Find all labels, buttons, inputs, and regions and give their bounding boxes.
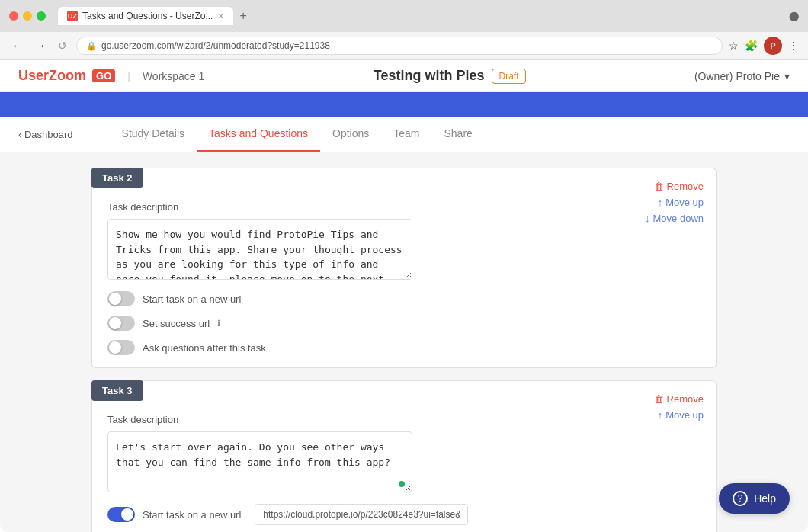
success-url-info-icon[interactable]: ℹ: [217, 319, 220, 328]
tab-tasks-questions[interactable]: Tasks and Questions: [197, 117, 320, 152]
forward-button[interactable]: →: [32, 38, 49, 53]
back-button[interactable]: ←: [9, 38, 26, 53]
task-2-success-url-label: Set success url: [143, 318, 210, 329]
browser-toolbar: ← → ↺ 🔒 go.userzoom.com/wizard/2/unmoder…: [0, 32, 808, 60]
tab-favicon: UZ: [67, 11, 78, 21]
green-dot-indicator: [399, 481, 405, 487]
owner-dropdown-icon: ▾: [784, 70, 790, 82]
owner-label: (Owner) Proto Pie: [694, 70, 780, 82]
task-3-actions: 🗑 Remove ↑ Move up: [654, 393, 704, 421]
header-center: Testing with Pies Draft: [374, 68, 526, 84]
tab-options[interactable]: Options: [320, 117, 381, 152]
task-2-ask-questions-toggle[interactable]: [107, 340, 135, 355]
window-controls: [9, 11, 46, 21]
toggle-knob: [109, 341, 121, 354]
toggle-knob: [109, 317, 121, 329]
browser-menu-icon[interactable]: ⋮: [788, 40, 799, 52]
tab-title: Tasks and Questions - UserZo...: [82, 11, 213, 21]
app-content: UserZoom GO | Workspace 1 Testing with P…: [0, 60, 808, 532]
app-header: UserZoom GO | Workspace 1 Testing with P…: [0, 60, 808, 92]
extension-icon[interactable]: 🧩: [745, 40, 758, 52]
url-text: go.userzoom.com/wizard/2/unmoderated?stu…: [101, 40, 330, 51]
minimize-window-button[interactable]: [23, 11, 32, 21]
main-content: Task 2 🗑 Remove ↑ Move up: [0, 152, 808, 532]
toggle-knob: [109, 293, 121, 305]
remove-icon: 🗑: [654, 181, 664, 192]
task-2-actions: 🗑 Remove ↑ Move up ↓ Move down: [645, 181, 704, 224]
toggle-knob: [121, 508, 133, 521]
task-2-ask-questions-label: Ask questions after this task: [143, 342, 266, 354]
tab-team[interactable]: Team: [381, 117, 431, 152]
task-3-desc-label: Task description: [107, 414, 701, 425]
close-window-button[interactable]: [9, 11, 18, 21]
address-bar[interactable]: 🔒 go.userzoom.com/wizard/2/unmoderated?s…: [76, 37, 723, 55]
help-label: Help: [754, 492, 776, 505]
task-2-success-url-toggle-row: Set success url ℹ: [107, 316, 701, 331]
logo-area: UserZoom GO | Workspace 1: [18, 68, 204, 84]
close-tab-button[interactable]: ✕: [217, 11, 224, 21]
logo-text: UserZoom: [18, 68, 86, 84]
nav-bar: Dashboard Study Details Tasks and Questi…: [0, 117, 808, 152]
task-2-header: Task 2: [91, 168, 143, 188]
task-3-start-url-toggle[interactable]: [107, 507, 135, 522]
task-3-move-up-button[interactable]: ↑ Move up: [658, 409, 704, 421]
browser-extensions: ⬤: [789, 11, 799, 21]
task-3-header: Task 3: [91, 380, 143, 401]
help-button[interactable]: ? Help: [719, 483, 790, 514]
bookmark-icon[interactable]: ☆: [729, 40, 739, 52]
browser-titlebar: UZ Tasks and Questions - UserZo... ✕ + ⬤: [0, 0, 808, 32]
task-3-start-url-input[interactable]: [255, 504, 468, 525]
task-2-description-input[interactable]: [107, 219, 412, 280]
task-3-start-url-label: Start task on a new url: [143, 509, 241, 521]
task-3-body: 🗑 Remove ↑ Move up Task description: [92, 402, 716, 532]
task-3-textarea-wrapper: [107, 431, 412, 495]
back-to-dashboard-link[interactable]: Dashboard: [18, 129, 73, 140]
study-title: Testing with Pies: [374, 68, 485, 84]
workspace-separator: |: [127, 70, 130, 82]
task-2-card: Task 2 🗑 Remove ↑ Move up: [91, 168, 717, 368]
task-2-move-up-button[interactable]: ↑ Move up: [658, 197, 704, 208]
maximize-window-button[interactable]: [37, 11, 46, 21]
lock-icon: 🔒: [86, 41, 97, 51]
logo-go: GO: [92, 69, 115, 82]
move-down-icon: ↓: [645, 213, 650, 224]
remove-icon: 🗑: [654, 393, 664, 405]
blue-banner: [0, 92, 808, 117]
new-tab-button[interactable]: +: [236, 6, 249, 26]
task-3-remove-button[interactable]: 🗑 Remove: [654, 393, 704, 405]
nav-tabs: Study Details Tasks and Questions Option…: [110, 117, 485, 152]
task-2-start-url-toggle-row: Start task on a new url: [107, 291, 701, 306]
task-2-body: 🗑 Remove ↑ Move up ↓ Move down: [92, 189, 716, 367]
move-up-icon: ↑: [658, 409, 663, 421]
task-3-start-url-toggle-row: Start task on a new url: [107, 504, 701, 525]
move-up-icon: ↑: [658, 197, 663, 208]
task-2-success-url-toggle[interactable]: [107, 316, 135, 331]
owner-menu[interactable]: (Owner) Proto Pie ▾: [694, 70, 790, 82]
task-3-card: Task 3 🗑 Remove ↑ Move up: [91, 380, 717, 532]
task-2-remove-button[interactable]: 🗑 Remove: [654, 181, 704, 192]
task-2-start-url-toggle[interactable]: [107, 291, 135, 306]
extensions-icon[interactable]: ⬤: [789, 11, 799, 21]
tab-bar: UZ Tasks and Questions - UserZo... ✕ +: [58, 6, 783, 26]
workspace-name: Workspace 1: [143, 70, 204, 82]
tab-share[interactable]: Share: [432, 117, 485, 152]
active-tab[interactable]: UZ Tasks and Questions - UserZo... ✕: [58, 7, 233, 25]
reload-button[interactable]: ↺: [55, 38, 70, 53]
task-2-move-down-button[interactable]: ↓ Move down: [645, 213, 704, 224]
task-3-description-input[interactable]: [107, 431, 412, 492]
help-icon: ?: [733, 491, 748, 506]
content-area: Task 2 🗑 Remove ↑ Move up: [91, 168, 717, 517]
task-2-start-url-label: Start task on a new url: [143, 293, 241, 305]
browser-window: UZ Tasks and Questions - UserZo... ✕ + ⬤…: [0, 0, 808, 532]
profile-avatar[interactable]: P: [764, 37, 782, 55]
tab-study-details[interactable]: Study Details: [110, 117, 197, 152]
draft-badge: Draft: [492, 69, 525, 84]
task-2-desc-label: Task description: [107, 201, 701, 213]
task-2-ask-questions-toggle-row: Ask questions after this task: [107, 340, 701, 355]
